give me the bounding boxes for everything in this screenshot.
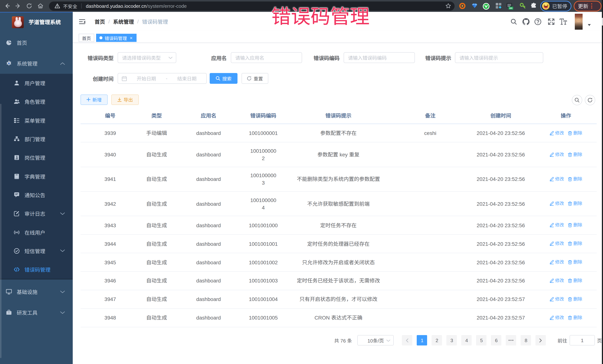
green-badge-icon[interactable]	[482, 3, 490, 10]
error-code-input[interactable]: 请输入错误码编码	[344, 52, 415, 63]
next-page-button[interactable]	[536, 335, 546, 345]
page-jump-input[interactable]: 1	[570, 335, 595, 345]
sidebar-item-11[interactable]: 短信管理	[0, 242, 73, 260]
page-button-8[interactable]: 8	[521, 335, 531, 345]
address-divider	[81, 3, 82, 9]
sidebar-item-2[interactable]: 用户管理	[0, 74, 73, 92]
app-name-input[interactable]: 请输入应用名	[231, 52, 302, 63]
search-icon[interactable]	[510, 12, 517, 31]
error-type-select[interactable]: 请选择错误码类型	[118, 52, 176, 63]
refresh-button[interactable]	[585, 95, 595, 105]
address-bar[interactable]: 不安全 dashboard.yudao.iocoder.cn/system/er…	[49, 1, 454, 11]
help-icon[interactable]	[534, 12, 541, 31]
edit-link[interactable]: 修改	[550, 295, 564, 303]
page-button-1[interactable]: 1	[417, 335, 427, 345]
back-icon[interactable]	[3, 2, 11, 10]
pagination-more[interactable]	[506, 335, 516, 345]
sidebar-scrollbar[interactable]	[0, 104, 1, 358]
security-label[interactable]: 不安全	[63, 2, 77, 10]
sidebar-item-1[interactable]: 系统管理	[0, 53, 73, 74]
window-scrollbar[interactable]	[602, 0, 603, 364]
delete-link[interactable]: 删除	[568, 258, 582, 266]
sidebar-item-9[interactable]: 审计日志	[0, 204, 73, 223]
cell-msg: 定时任务的处理器已经存在	[283, 234, 394, 253]
edit-icon	[550, 201, 554, 206]
edit-link[interactable]: 修改	[550, 175, 564, 183]
browser-menu-icon[interactable]	[591, 3, 592, 9]
tag-close-icon[interactable]: ×	[129, 36, 133, 40]
delete-link[interactable]: 删除	[568, 129, 582, 137]
edit-icon	[550, 223, 554, 227]
date-range-picker[interactable]: 开始日期 - 结束日期	[118, 73, 207, 84]
orange-ring-icon[interactable]	[459, 3, 466, 9]
edit-link[interactable]: 修改	[550, 221, 564, 229]
key-icon[interactable]	[519, 3, 526, 9]
forward-icon[interactable]	[14, 2, 22, 10]
page-size-select[interactable]: 10条/页	[358, 335, 394, 345]
edit-link[interactable]: 修改	[550, 258, 564, 266]
sidebar-item-3[interactable]: 角色管理	[0, 92, 73, 111]
blue-gem-icon[interactable]	[471, 3, 477, 9]
reload-icon[interactable]	[26, 2, 33, 10]
sidebar-item-0[interactable]: 首页	[0, 32, 73, 53]
browser-update-button[interactable]: 更新	[573, 0, 601, 11]
delete-link[interactable]: 删除	[568, 240, 582, 247]
avatar-dropdown-caret-icon[interactable]	[588, 24, 591, 26]
url-path[interactable]: /system/error-code	[147, 3, 187, 9]
page-button-6[interactable]: 6	[491, 335, 501, 345]
edit-link[interactable]: 修改	[550, 200, 564, 207]
delete-link[interactable]: 删除	[568, 175, 582, 183]
export-button[interactable]: 导出	[111, 94, 139, 105]
cell-memo	[394, 191, 466, 216]
sidebar-item-13[interactable]: 基础设施	[0, 282, 73, 302]
add-button[interactable]: 新增	[81, 94, 108, 105]
sidebar-item-14[interactable]: 研发工具	[0, 302, 73, 323]
sidebar-item-8[interactable]: 通知公告	[0, 186, 73, 204]
fullscreen-icon[interactable]	[547, 12, 555, 31]
delete-link[interactable]: 删除	[568, 295, 582, 303]
sidebar-item-4[interactable]: 菜单管理	[0, 111, 73, 130]
edit-link[interactable]: 修改	[550, 277, 564, 284]
page-button-4[interactable]: 4	[462, 335, 472, 345]
tag-1[interactable]: 错误码管理×	[96, 34, 137, 42]
edit-link[interactable]: 修改	[550, 314, 564, 321]
page-button-3[interactable]: 3	[447, 335, 457, 345]
bookmark-star-icon[interactable]	[445, 3, 451, 9]
list-on-icon[interactable]: on	[506, 3, 513, 10]
cell-type: 自动生成	[140, 142, 173, 167]
user-avatar[interactable]	[575, 13, 582, 30]
delete-link[interactable]: 删除	[568, 200, 582, 207]
sidebar-item-6[interactable]: 岗位管理	[0, 148, 73, 167]
github-icon[interactable]	[522, 12, 529, 31]
sidebar-item-10[interactable]: 在线用户	[0, 223, 73, 242]
prev-page-button[interactable]	[402, 335, 412, 345]
sidebar-item-12[interactable]: 错误码管理	[0, 260, 73, 279]
browser-profile-button[interactable]: 已暂停	[540, 0, 571, 11]
puzzle-icon[interactable]	[531, 3, 537, 9]
delete-link[interactable]: 删除	[568, 151, 582, 158]
scrollbar-thumb[interactable]	[602, 18, 603, 26]
edit-link[interactable]: 修改	[550, 129, 564, 137]
cell-code: 1001001002	[244, 253, 283, 272]
sidebar-item-5[interactable]: 部门管理	[0, 130, 73, 148]
chevron-up-icon	[60, 62, 65, 65]
url-host[interactable]: dashboard.yudao.iocoder.cn	[86, 3, 147, 9]
grid-icon[interactable]	[495, 3, 501, 9]
font-size-icon[interactable]	[559, 12, 567, 31]
page-button-2[interactable]: 2	[432, 335, 442, 345]
tag-0[interactable]: 首页	[79, 34, 94, 42]
sidebar-logo[interactable]: 芋道管理系统	[0, 13, 73, 32]
delete-link[interactable]: 删除	[568, 277, 582, 284]
sidebar-item-7[interactable]: 字典管理	[0, 167, 73, 186]
delete-link[interactable]: 删除	[568, 314, 582, 321]
error-msg-input[interactable]: 请输入错误码提示	[455, 52, 543, 63]
delete-link[interactable]: 删除	[568, 221, 582, 229]
page-button-5[interactable]: 5	[476, 335, 487, 345]
edit-link[interactable]: 修改	[550, 151, 564, 158]
submenu-divider	[0, 279, 73, 280]
search-button[interactable]: 搜索	[210, 73, 237, 84]
toggle-search-button[interactable]	[572, 95, 582, 105]
home-icon[interactable]	[37, 2, 44, 10]
edit-link[interactable]: 修改	[550, 240, 564, 247]
reset-button[interactable]: 重置	[242, 73, 268, 84]
